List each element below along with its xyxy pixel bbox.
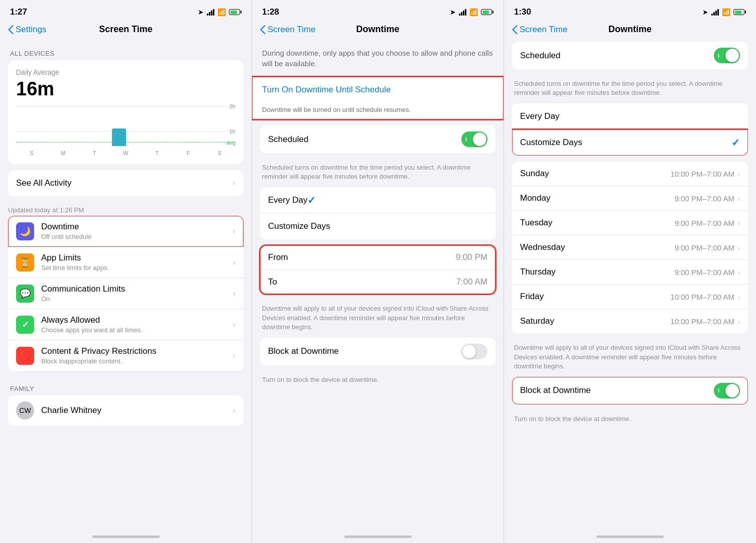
wednesday-time-group: 9:00 PM–7:00 AM › xyxy=(675,243,740,252)
see-all-activity[interactable]: See All Activity › xyxy=(8,170,243,196)
communication-limits-item[interactable]: 💬 Communication Limits On › xyxy=(8,278,243,309)
panel-downtime-customize: 1:30 ➤ 📶 Screen Time Downtime xyxy=(504,0,756,543)
chart-day-t1: T xyxy=(87,150,101,156)
sunday-name: Sunday xyxy=(520,169,549,179)
app-limits-item[interactable]: ⏳ App Limits Set time limits for apps. › xyxy=(8,247,243,278)
battery-icon-2 xyxy=(481,9,493,15)
wednesday-row[interactable]: Wednesday 9:00 PM–7:00 AM › xyxy=(512,235,748,260)
tuesday-time: 9:00 PM–7:00 AM xyxy=(675,219,734,227)
toggle-knob-scheduled-3 xyxy=(725,49,739,62)
toggle-knob-scheduled xyxy=(473,132,486,146)
always-allowed-title: Always Allowed xyxy=(41,315,228,325)
nav-title-3: Downtime xyxy=(608,24,652,35)
app-limits-icon: ⏳ xyxy=(16,253,34,272)
scheduled-note: Scheduled turns on downtime for the time… xyxy=(252,159,503,187)
block-group: Block at Downtime xyxy=(260,338,495,365)
scheduled-toggle-3[interactable]: I xyxy=(714,48,740,63)
saturday-chevron: › xyxy=(737,317,740,326)
block-toggle-3[interactable]: I xyxy=(714,383,740,398)
every-day-check: ✓ xyxy=(307,194,316,206)
status-bar-3: 1:30 ➤ 📶 xyxy=(504,0,756,21)
thursday-row[interactable]: Thursday 9:00 PM–7:00 AM › xyxy=(512,260,748,285)
scroll-content-2[interactable]: During downtime, only apps that you choo… xyxy=(252,42,503,531)
content-privacy-chevron: › xyxy=(232,351,235,361)
scheduled-note-3: Scheduled turns on downtime for the time… xyxy=(504,75,756,103)
from-value: 9:00 PM xyxy=(456,252,487,262)
scheduled-content: Scheduled xyxy=(268,134,461,145)
chart-avg-label: avg xyxy=(226,140,235,146)
scheduled-group: Scheduled I xyxy=(260,125,495,153)
sunday-chevron: › xyxy=(737,170,740,178)
scheduled-group-3: Scheduled I xyxy=(512,42,748,69)
content-privacy-icon: 🚫 xyxy=(16,347,34,365)
thursday-chevron: › xyxy=(737,268,740,277)
settings-list: 🌙 Downtime Off until schedule › ⏳ App Li… xyxy=(8,216,243,371)
block-content: Block at Downtime xyxy=(268,346,461,356)
see-all-chevron: › xyxy=(232,178,235,188)
downtime-content: Downtime Off until schedule xyxy=(41,222,228,240)
toggle-label-scheduled-3: I xyxy=(718,53,719,59)
block-note-3: Turn on to block the device at downtime. xyxy=(504,411,756,430)
signal-icon-1 xyxy=(207,9,214,16)
chart-day-s2: S xyxy=(213,150,227,156)
from-row[interactable]: From 9:00 PM xyxy=(260,245,495,270)
scheduled-row-3: Scheduled I xyxy=(512,42,748,69)
scroll-content-1[interactable]: ALL DEVICES Daily Average 16m 2h 1h avg … xyxy=(0,42,251,531)
saturday-time: 10:00 PM–7:00 AM xyxy=(670,317,734,326)
section-header-all-devices: ALL DEVICES xyxy=(0,42,251,60)
chart-days: S M T W T F S xyxy=(16,150,235,156)
block-toggle[interactable] xyxy=(461,344,487,359)
chart-grid-2h: 2h xyxy=(229,103,235,109)
location-icon-2: ➤ xyxy=(450,8,456,16)
back-button-3[interactable]: Screen Time xyxy=(512,25,567,35)
customize-days-row[interactable]: Customize Days xyxy=(260,213,495,239)
to-label: To xyxy=(268,277,277,287)
tuesday-name: Tuesday xyxy=(520,218,553,228)
toggle-label-block-3: I xyxy=(718,387,719,393)
from-label: From xyxy=(268,252,288,262)
block-label: Block at Downtime xyxy=(268,346,461,356)
frequency-group-3: Every Day Customize Days ✓ xyxy=(512,103,748,156)
wednesday-chevron: › xyxy=(737,243,740,252)
content-privacy-item[interactable]: 🚫 Content & Privacy Restrictions Block i… xyxy=(8,340,243,371)
see-all-group: See All Activity › xyxy=(8,170,243,196)
customize-days-row-3[interactable]: Customize Days ✓ xyxy=(512,129,748,156)
nav-title-1: Screen Time xyxy=(99,24,153,35)
status-time-2: 1:28 xyxy=(262,7,279,17)
toggle-knob-block-3 xyxy=(725,384,739,397)
every-day-row[interactable]: Every Day ✓ xyxy=(260,187,495,213)
always-allowed-item[interactable]: ✓ Always Allowed Choose apps you want at… xyxy=(8,309,243,340)
back-button-1[interactable]: Settings xyxy=(8,25,46,35)
chart-area: 2h 1h avg S M T W T F S xyxy=(16,106,235,156)
chart-section: Daily Average 16m 2h 1h avg S M T W T F … xyxy=(8,60,243,164)
panel-downtime: 1:28 ➤ 📶 Screen Time Downtime xyxy=(252,0,504,543)
communication-content: Communication Limits On xyxy=(41,284,228,303)
friday-row[interactable]: Friday 10:00 PM–7:00 AM › xyxy=(512,285,748,309)
back-button-2[interactable]: Screen Time xyxy=(260,25,315,35)
always-allowed-content: Always Allowed Choose apps you want at a… xyxy=(41,315,228,334)
family-charlie[interactable]: CW Charlie Whitney › xyxy=(8,395,243,426)
tuesday-row[interactable]: Tuesday 9:00 PM–7:00 AM › xyxy=(512,211,748,235)
downtime-item[interactable]: 🌙 Downtime Off until schedule › xyxy=(8,216,243,247)
frequency-group: Every Day ✓ Customize Days xyxy=(260,187,495,239)
saturday-row[interactable]: Saturday 10:00 PM–7:00 AM › xyxy=(512,309,748,333)
time-note: Downtime will apply to all of your devic… xyxy=(252,300,503,338)
every-day-row-3[interactable]: Every Day xyxy=(512,103,748,129)
location-icon-3: ➤ xyxy=(702,8,708,16)
sunday-row[interactable]: Sunday 10:00 PM–7:00 AM › xyxy=(512,162,748,186)
downtime-subtitle: Off until schedule xyxy=(41,233,228,240)
chart-grid-1h: 1h xyxy=(229,128,235,134)
friday-time-group: 10:00 PM–7:00 AM › xyxy=(670,293,740,301)
block-note: Turn on to block the device at downtime. xyxy=(252,371,503,390)
nav-bar-3: Screen Time Downtime xyxy=(504,21,756,42)
monday-row[interactable]: Monday 9:00 PM–7:00 AM › xyxy=(512,186,748,211)
section-family: FAMILY xyxy=(0,377,251,395)
turn-on-button[interactable]: Turn On Downtime Until Schedule xyxy=(252,77,503,103)
status-icons-3: ➤ 📶 xyxy=(702,8,746,16)
scheduled-toggle[interactable]: I xyxy=(461,131,487,147)
chart-label: Daily Average xyxy=(16,68,235,76)
scroll-content-3[interactable]: Scheduled I Scheduled turns on downtime … xyxy=(504,42,756,531)
turn-on-wrapper: Turn On Downtime Until Schedule Downtime… xyxy=(252,77,503,119)
to-row[interactable]: To 7:00 AM xyxy=(260,270,495,294)
downtime-chevron: › xyxy=(232,226,235,236)
